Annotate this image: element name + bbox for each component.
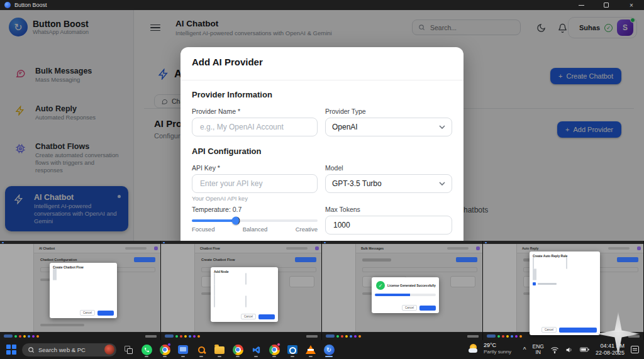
max-tokens-field[interactable] (325, 216, 452, 235)
screenshot-strip: AI Chatbot Chatbot Configuration Create … (0, 241, 644, 340)
search-highlight-image (104, 345, 114, 355)
window-titlebar: Button Boost × (0, 0, 644, 10)
provider-name-input[interactable] (199, 122, 311, 132)
provider-type-label: Provider Type (325, 108, 366, 115)
app-window: ↻ Button Boost WhatsApp Automation Bulk … (0, 10, 644, 241)
divider (180, 80, 464, 80)
outlook-icon[interactable] (286, 342, 299, 357)
close-button[interactable]: × (619, 0, 644, 10)
section-api-configuration: API Configuration (192, 146, 262, 156)
task-view-button[interactable] (122, 342, 135, 357)
max-tokens-label: Max Tokens (325, 206, 360, 213)
weather-icon (469, 344, 480, 354)
add-ai-provider-modal: Add AI Provider Provider Information Pro… (180, 47, 464, 241)
chrome-icon[interactable] (268, 342, 280, 357)
weather-condition: Partly sunny (484, 349, 511, 355)
whatsapp-icon[interactable] (140, 342, 153, 357)
weather-widget[interactable]: 29°C Partly sunny (469, 342, 511, 355)
start-button[interactable] (6, 345, 16, 355)
provider-name-label: Provider Name * (192, 108, 240, 115)
mini-modal: Add Node Cancel (211, 267, 278, 322)
model-label: Model (325, 164, 343, 172)
system-tray: ^ ENGIN 04:41 PM22-08-2025 (523, 340, 644, 359)
mini-modal: ✓ License Generated Successfully Cancel (372, 277, 439, 313)
model-value: GPT-3.5 Turbo (332, 179, 382, 188)
battery-icon[interactable] (580, 346, 589, 353)
provider-name-field[interactable] (192, 118, 318, 136)
api-key-input[interactable] (199, 179, 311, 189)
window-controls: × (569, 0, 644, 10)
model-select[interactable]: GPT-3.5 Turbo (325, 174, 452, 193)
weather-temp: 29°C (484, 342, 511, 349)
section-provider-information: Provider Information (192, 90, 272, 99)
mini-modal: Create Auto Reply Rule Cancel (530, 251, 600, 335)
thumbnail-3: Bulk Messages ✓ License Generated Succes… (322, 241, 483, 340)
mini-blue-button (134, 257, 155, 262)
slider-thumb[interactable] (232, 217, 240, 225)
search-icon (28, 346, 35, 353)
tray-expand-icon[interactable]: ^ (523, 346, 526, 353)
chrome-icon[interactable] (158, 342, 171, 357)
api-key-label: API Key * (192, 164, 220, 172)
thumbnail-2: Chatbot Flow Create Chatbot Flow Add Nod… (161, 241, 322, 340)
notification-center-icon[interactable] (631, 346, 639, 353)
taskbar-search[interactable]: Search web & PC (22, 343, 116, 356)
window-title: Button Boost (14, 2, 47, 8)
temperature-slider[interactable] (192, 219, 318, 222)
volume-icon[interactable] (565, 346, 574, 353)
thumbnail-1: AI Chatbot Chatbot Configuration Create … (0, 241, 161, 340)
max-tokens-input[interactable] (332, 220, 445, 230)
vlc-icon[interactable] (304, 342, 317, 357)
provider-type-select[interactable]: OpenAI (325, 118, 452, 136)
minimize-button[interactable] (569, 0, 594, 10)
vscode-icon[interactable] (250, 342, 262, 357)
mark-focused: Focused (192, 226, 214, 233)
slider-fill (192, 219, 236, 222)
app-icon (4, 2, 11, 8)
mark-creative: Creative (296, 226, 318, 233)
language-indicator[interactable]: ENGIN (533, 344, 544, 355)
wifi-icon[interactable] (550, 346, 559, 353)
chevron-down-icon (439, 125, 445, 130)
chrome-icon[interactable] (231, 342, 244, 357)
mark-balanced: Balanced (243, 226, 268, 233)
file-explorer-icon[interactable] (213, 342, 226, 357)
remote-desktop-icon[interactable] (177, 342, 189, 357)
api-key-field[interactable] (192, 174, 318, 193)
search-app-icon[interactable] (195, 342, 208, 357)
chevron-down-icon (439, 182, 445, 186)
windows-taskbar: Search web & PC ↻ 29°C Partly sunny (0, 340, 644, 359)
api-key-helper: Your OpenAI API key (192, 195, 248, 202)
button-boost-app-icon[interactable]: ↻ (323, 342, 335, 357)
modal-title: Add AI Provider (192, 57, 263, 67)
mini-blue-button (617, 257, 638, 262)
mini-modal: Create Chatbot Flow Cancel (50, 263, 117, 318)
maximize-button[interactable] (594, 0, 619, 10)
temperature-label: Temperature: 0.7 (192, 206, 242, 213)
mini-blue-button (295, 257, 316, 262)
provider-type-value: OpenAI (332, 123, 358, 131)
mini-blue-button (456, 257, 477, 262)
desktop: Button Boost × ↻ Button Boost WhatsApp A… (0, 0, 644, 359)
